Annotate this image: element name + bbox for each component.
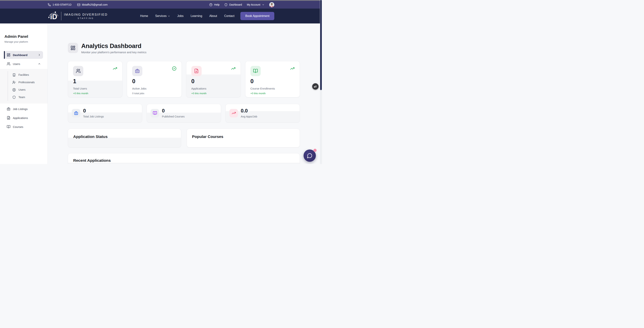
sidebar-subtitle: Manage your platform bbox=[4, 40, 43, 43]
file-text-icon bbox=[7, 116, 10, 120]
sidebar-item-job-listings[interactable]: Job Listings bbox=[4, 105, 43, 113]
stat-card-applications: 0 Applications +0 this month bbox=[186, 61, 241, 97]
chevron-down-icon bbox=[168, 15, 170, 17]
nav-label: Home bbox=[140, 14, 148, 18]
stat-delta: +0 this month bbox=[250, 92, 294, 95]
chevron-up-icon bbox=[38, 62, 41, 65]
admin-sidebar: Admin Panel Manage your platform Dashboa… bbox=[0, 23, 48, 164]
brand-name: IMAGING DIVERSIFIED bbox=[64, 13, 108, 16]
main-navbar: iD IMAGING DIVERSIFIED STAFFING Home Ser… bbox=[0, 8, 322, 23]
stat-label: Total Users bbox=[73, 87, 117, 90]
nav-item-contact[interactable]: Contact bbox=[224, 14, 234, 18]
sidebar-title: Admin Panel bbox=[4, 34, 43, 39]
users-submenu: Facilities Professionals Users bbox=[0, 69, 48, 103]
email-address: ldstaffs25@gmail.com bbox=[82, 3, 108, 6]
chevron-right-icon bbox=[38, 53, 41, 56]
logo-mark-text: iD bbox=[50, 13, 57, 21]
nav-item-services[interactable]: Services bbox=[155, 14, 170, 18]
stat-card-active-jobs: 0 Active Jobs 0 total jobs bbox=[127, 61, 182, 97]
logo-mark-icon: iD bbox=[48, 10, 60, 21]
trending-up-icon bbox=[290, 66, 294, 71]
trending-up-icon bbox=[231, 66, 236, 71]
sidebar-item-label: Users bbox=[13, 62, 20, 65]
nav-item-home[interactable]: Home bbox=[140, 14, 148, 18]
user-avatar[interactable] bbox=[269, 2, 274, 7]
sidebar-subitem-users[interactable]: Users bbox=[8, 86, 48, 93]
sidebar-subitem-facilities[interactable]: Facilities bbox=[8, 71, 48, 78]
sidebar-item-label: Applications bbox=[13, 116, 28, 119]
trending-up-icon bbox=[230, 109, 238, 117]
sidebar-subitem-label: Team bbox=[18, 96, 25, 99]
brand-divider bbox=[61, 12, 61, 20]
nav-label: Contact bbox=[224, 14, 234, 18]
mini-stat-label: Total Job Listings bbox=[83, 115, 104, 118]
dashboard-content: Analytics Dashboard Monitor your platfor… bbox=[48, 23, 322, 164]
mini-card-avg-apps-job: 0.0 Avg Apps/Job bbox=[226, 104, 300, 122]
mini-stat-value: 0 bbox=[83, 108, 104, 113]
stats-grid: 1 Total Users +0 this month 0 Active Job… bbox=[68, 61, 300, 97]
dashboard-link[interactable]: Dashboard bbox=[224, 3, 242, 6]
briefcase-icon bbox=[7, 107, 10, 111]
recent-applications-card: Recent Applications bbox=[68, 153, 300, 164]
section-title: Recent Applications bbox=[73, 158, 294, 163]
book-open-icon bbox=[250, 66, 261, 76]
sidebar-item-label: Job Listings bbox=[13, 107, 28, 111]
building-icon bbox=[12, 73, 16, 77]
mini-stat-label: Avg Apps/Job bbox=[241, 115, 257, 118]
trending-up-icon bbox=[113, 66, 117, 71]
brand-logo[interactable]: iD IMAGING DIVERSIFIED STAFFING bbox=[48, 10, 108, 21]
nav-item-about[interactable]: About bbox=[209, 14, 217, 18]
analytics-grid-icon bbox=[68, 43, 78, 53]
email-link[interactable]: ldstaffs25@gmail.com bbox=[77, 3, 108, 6]
sidebar-item-courses[interactable]: Courses bbox=[4, 123, 43, 131]
scrollbar-thumb[interactable] bbox=[320, 0, 322, 90]
page-title: Analytics Dashboard bbox=[81, 43, 146, 49]
section-title: Popular Courses bbox=[192, 134, 294, 139]
file-text-icon bbox=[191, 66, 202, 76]
mini-card-total-job-listings: 0 Total Job Listings bbox=[68, 104, 142, 122]
phone-link[interactable]: 1-833-STAFF1D bbox=[48, 3, 72, 6]
nav-links: Home Services Jobs Learning About Contac… bbox=[140, 14, 234, 18]
stat-value: 0 bbox=[191, 78, 236, 84]
stat-value: 0 bbox=[132, 78, 176, 84]
card-shade bbox=[68, 138, 181, 147]
sidebar-subitem-label: Facilities bbox=[18, 73, 29, 76]
stat-label: Applications bbox=[191, 87, 236, 90]
nav-item-jobs[interactable]: Jobs bbox=[177, 14, 184, 18]
nav-label: Learning bbox=[191, 14, 202, 18]
stat-value: 0 bbox=[250, 78, 294, 84]
book-appointment-button[interactable]: Book Appointment bbox=[240, 12, 274, 20]
brand-tagline: STAFFING bbox=[64, 17, 108, 19]
stat-card-course-enrollments: 0 Course Enrollments +0 this month bbox=[245, 61, 300, 97]
nav-item-learning[interactable]: Learning bbox=[191, 14, 202, 18]
user-check-icon bbox=[12, 81, 16, 84]
mini-stat-value: 0.0 bbox=[241, 108, 257, 113]
users-icon bbox=[7, 62, 10, 66]
list-menu-icon bbox=[314, 85, 317, 88]
sidebar-subitem-professionals[interactable]: Professionals bbox=[8, 78, 48, 86]
stat-delta: 0 total jobs bbox=[132, 92, 176, 95]
briefcase-icon bbox=[72, 109, 80, 117]
shield-icon bbox=[12, 95, 16, 99]
application-status-card: Application Status bbox=[68, 129, 181, 147]
chat-bubble-icon bbox=[307, 153, 312, 158]
mail-icon bbox=[77, 3, 80, 6]
my-account-label: My Account bbox=[247, 3, 260, 6]
mini-stat-value: 0 bbox=[162, 108, 185, 113]
book-open-icon bbox=[7, 125, 10, 129]
accessibility-widget-button[interactable] bbox=[312, 83, 319, 90]
stat-label: Active Jobs bbox=[132, 87, 176, 90]
chat-notification-dot bbox=[314, 149, 316, 152]
sidebar-item-users[interactable]: Users bbox=[4, 60, 43, 68]
page-header: Analytics Dashboard Monitor your platfor… bbox=[68, 43, 300, 54]
sidebar-item-dashboard[interactable]: Dashboard bbox=[4, 51, 43, 59]
help-link[interactable]: Help bbox=[209, 3, 220, 6]
stat-delta: +0 this month bbox=[73, 92, 117, 95]
sidebar-item-applications[interactable]: Applications bbox=[4, 114, 43, 122]
section-title: Application Status bbox=[73, 134, 176, 139]
my-account-menu[interactable]: My Account bbox=[247, 3, 264, 6]
sidebar-item-label: Dashboard bbox=[13, 53, 28, 57]
mini-stats-grid: 0 Total Job Listings 0 Published Courses bbox=[68, 104, 300, 122]
chevron-down-icon bbox=[262, 3, 264, 6]
sidebar-subitem-team[interactable]: Team bbox=[8, 93, 48, 101]
